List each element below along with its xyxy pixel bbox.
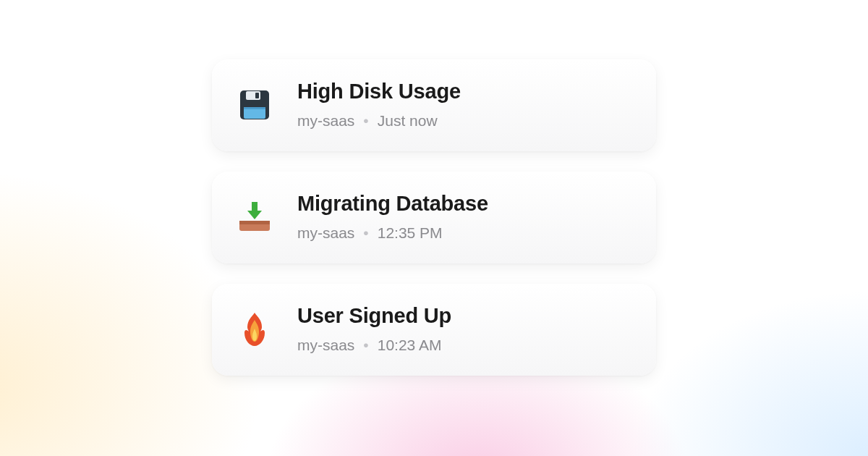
svg-rect-6 [239,221,270,224]
svg-rect-7 [252,202,258,212]
inbox-download-icon [234,196,276,238]
notification-body: High Disk Usage my-saas • Just now [297,80,461,130]
notification-title: High Disk Usage [297,80,461,104]
notification-list: High Disk Usage my-saas • Just now Migra… [0,0,868,376]
meta-separator: • [363,112,368,130]
notification-project: my-saas [297,337,354,354]
notification-card[interactable]: User Signed Up my-saas • 10:23 AM [212,284,656,376]
notification-body: User Signed Up my-saas • 10:23 AM [297,304,451,354]
notification-meta: my-saas • 12:35 PM [297,224,488,242]
notification-title: Migrating Database [297,192,488,216]
notification-project: my-saas [297,224,354,242]
notification-card[interactable]: High Disk Usage my-saas • Just now [212,59,656,151]
notification-time: 12:35 PM [378,224,443,242]
notification-meta: my-saas • 10:23 AM [297,337,451,354]
notification-title: User Signed Up [297,304,451,328]
notification-time: 10:23 AM [378,337,442,354]
floppy-disk-icon [234,84,276,126]
notification-body: Migrating Database my-saas • 12:35 PM [297,192,488,242]
fire-icon [234,308,276,350]
meta-separator: • [363,224,368,242]
meta-separator: • [363,337,368,354]
notification-time: Just now [378,112,438,130]
svg-rect-2 [255,93,259,98]
notification-meta: my-saas • Just now [297,112,461,130]
notification-project: my-saas [297,112,354,130]
notification-card[interactable]: Migrating Database my-saas • 12:35 PM [212,172,656,263]
svg-rect-4 [244,107,265,109]
